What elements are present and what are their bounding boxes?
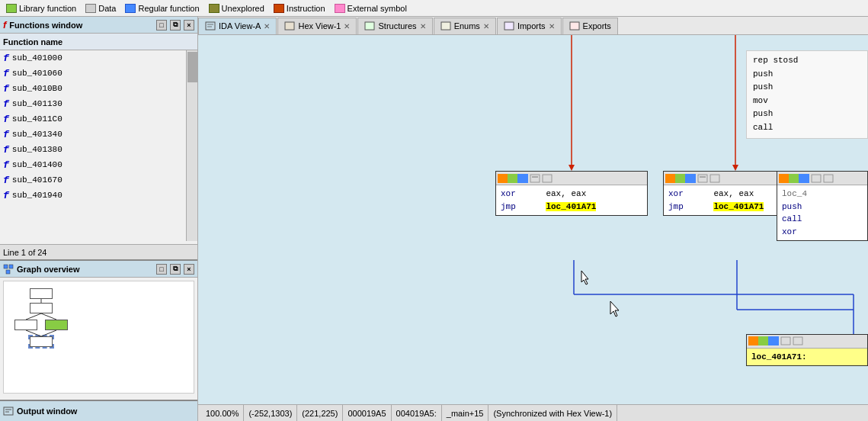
legend-bar: Library function Data Regular function U… [0, 0, 868, 17]
node1-titlebar [496, 172, 647, 185]
graph-float-button[interactable]: □ [156, 264, 167, 275]
svg-line-7 [41, 330, 56, 336]
svg-rect-44 [824, 175, 833, 182]
left-panel: f Functions window □ ⧉ × Function name f… [0, 17, 198, 421]
node3-line2: call [782, 213, 863, 226]
svg-rect-16 [441, 22, 450, 30]
status-bar: 100.00% (-252,1303) (221,225) 000019A5 0… [198, 404, 868, 421]
functions-titlebar: f Functions window □ ⧉ × [0, 17, 197, 34]
tab-structures[interactable]: Structures ✕ [357, 18, 432, 34]
functions-list: fsub_401000 fsub_401060 fsub_4010B0 fsub… [0, 50, 197, 243]
node4-titlebar [747, 335, 867, 349]
node2-edit-icon[interactable] [697, 174, 708, 183]
graph-close-button[interactable]: × [184, 264, 194, 275]
functions-close-button[interactable]: × [184, 20, 194, 31]
node4-color-icon[interactable] [748, 336, 779, 345]
tab-enums[interactable]: Enums ✕ [434, 18, 496, 34]
functions-window: f Functions window □ ⧉ × Function name f… [0, 17, 197, 261]
status-addr2: 004019A5: [392, 405, 442, 421]
node1-jump-target: loc_401A71 [546, 202, 596, 211]
func-item[interactable]: fsub_401400 [0, 157, 197, 172]
legend-regular-label: Regular function [138, 4, 199, 13]
tab-ida-view[interactable]: IDA View-A ✕ [198, 18, 277, 34]
tab-ida-close[interactable]: ✕ [264, 22, 270, 31]
status-coord2: (221,225) [297, 405, 343, 421]
tab-enums-close[interactable]: ✕ [483, 22, 489, 31]
node4-edit-icon[interactable] [780, 336, 791, 345]
tab-exports-label: Exports [583, 21, 611, 31]
output-title: Output window [17, 407, 77, 416]
func-item[interactable]: fsub_401940 [0, 188, 197, 203]
node1-graph-icon[interactable] [542, 174, 553, 183]
legend-data: Data [85, 4, 116, 13]
svg-line-6 [26, 330, 41, 336]
tab-bar: IDA View-A ✕ Hex View-1 ✕ Structures ✕ E… [198, 17, 868, 35]
func-item[interactable]: fsub_401130 [0, 96, 197, 111]
tab-structures-close[interactable]: ✕ [420, 22, 426, 31]
cursor-pointer-1 [581, 270, 590, 284]
right-line-2: push [753, 68, 861, 82]
hex-view-icon [284, 21, 295, 31]
func-item[interactable]: fsub_401060 [0, 66, 197, 81]
legend-unexplored: Unexplored [209, 4, 264, 13]
tab-imports-close[interactable]: ✕ [549, 22, 555, 31]
right-panel-partial: rep stosd push push mov push call [746, 50, 868, 139]
functions-vscrollbar[interactable] [186, 50, 197, 241]
svg-rect-40 [698, 175, 707, 182]
tab-hex-view[interactable]: Hex View-1 ✕ [277, 18, 357, 34]
tab-imports-label: Imports [517, 21, 546, 31]
exports-icon [569, 21, 580, 31]
svg-marker-22 [732, 165, 738, 171]
node3-content: loc_4 push call xor [777, 185, 867, 240]
func-item[interactable]: fsub_401340 [0, 127, 197, 142]
func-item[interactable]: fsub_401670 [0, 172, 197, 188]
tab-structures-label: Structures [378, 21, 416, 31]
node3-label: loc_4 [782, 188, 863, 201]
legend-library-function: Library function [6, 4, 76, 13]
node1-color-icon[interactable] [498, 174, 528, 183]
tab-exports[interactable]: Exports [562, 18, 618, 34]
node2-color-icon[interactable] [665, 174, 696, 183]
status-zoom: 100.00% [201, 405, 244, 421]
svg-line-5 [41, 313, 56, 320]
node3-color-icon[interactable] [779, 174, 809, 183]
graph-overview-titlebar: Graph overview □ ⧉ × [0, 261, 197, 278]
func-item[interactable]: fsub_401380 [0, 142, 197, 157]
func-item[interactable]: fsub_4011C0 [0, 111, 197, 127]
functions-restore-button[interactable]: ⧉ [170, 20, 181, 31]
legend-regular-function: Regular function [125, 4, 199, 13]
func-item[interactable]: fsub_401000 [0, 50, 197, 66]
graph-restore-button[interactable]: ⧉ [170, 264, 181, 275]
svg-rect-18 [570, 22, 579, 30]
main-graph-area[interactable]: rep stosd push push mov push call xor ea… [198, 35, 868, 404]
node4-graph-icon[interactable] [793, 336, 803, 345]
tab-hex-close[interactable]: ✕ [344, 22, 350, 31]
legend-unexplored-label: Unexplored [222, 4, 264, 13]
output-icon [3, 406, 14, 416]
node3-graph-icon[interactable] [823, 174, 834, 183]
functions-title: Functions window [9, 21, 82, 30]
svg-rect-17 [504, 22, 514, 30]
graph-node-1: xor eax, eax jmp loc_401A71 [495, 171, 648, 216]
svg-rect-11 [206, 22, 215, 30]
tab-imports[interactable]: Imports ✕ [497, 18, 562, 34]
right-line-3: push [753, 81, 861, 95]
node1-edit-icon[interactable] [530, 174, 540, 183]
svg-rect-0 [4, 265, 8, 268]
svg-line-4 [26, 313, 41, 320]
svg-rect-46 [793, 337, 802, 345]
graph-overview-icon [3, 264, 14, 275]
functions-float-button[interactable]: □ [156, 20, 167, 31]
status-sync: (Synchronized with Hex View-1) [488, 405, 617, 421]
func-item[interactable]: fsub_4010B0 [0, 81, 197, 96]
svg-rect-8 [4, 407, 13, 415]
legend-external-label: External symbol [348, 4, 407, 13]
node2-jump-target: loc_401A71 [713, 202, 764, 211]
node1-content: xor eax, eax jmp loc_401A71 [496, 185, 647, 215]
functions-column-header: Function name [0, 34, 197, 50]
legend-instruction-label: Instruction [287, 4, 325, 13]
node4-content: loc_401A71: [747, 349, 867, 366]
node2-graph-icon[interactable] [709, 174, 720, 183]
node3-edit-icon[interactable] [811, 174, 822, 183]
ida-view-icon [205, 21, 216, 31]
